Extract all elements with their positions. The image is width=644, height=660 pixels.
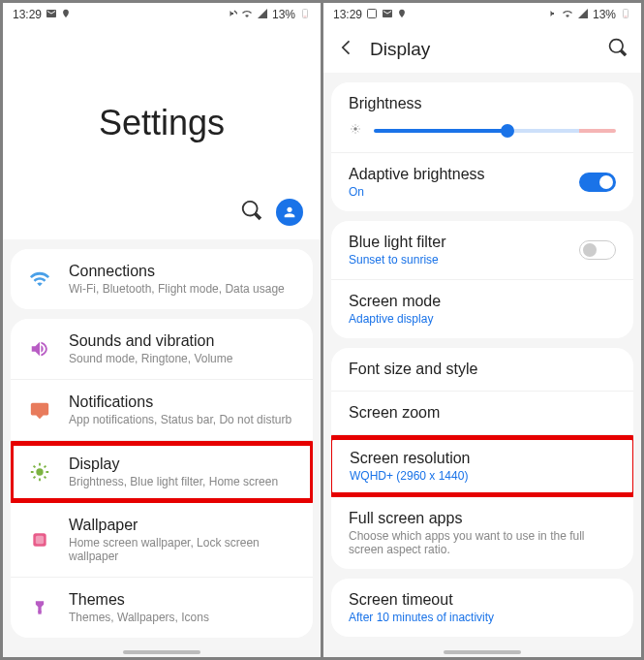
wifi-icon bbox=[241, 8, 253, 22]
header-title: Display bbox=[370, 39, 595, 60]
brightness-low-icon bbox=[349, 122, 362, 140]
row-sub: After 10 minutes of inactivity bbox=[349, 611, 616, 624]
svg-line-10 bbox=[45, 466, 46, 468]
row-title: Font size and style bbox=[349, 361, 616, 378]
toggle-adaptive[interactable] bbox=[579, 173, 616, 192]
battery-percent: 13% bbox=[593, 8, 616, 21]
row-sub: Adaptive display bbox=[349, 312, 616, 326]
mute-icon bbox=[546, 8, 558, 22]
gmail-icon bbox=[46, 8, 57, 22]
wifi-icon bbox=[562, 8, 573, 22]
item-title: Display bbox=[69, 456, 297, 473]
svg-rect-1 bbox=[304, 16, 307, 16]
row-blue-light[interactable]: Blue light filter Sunset to sunrise bbox=[331, 221, 633, 280]
row-fullscreen-apps[interactable]: Full screen apps Choose which apps you w… bbox=[331, 497, 633, 569]
status-bar: 13:29 13% bbox=[3, 3, 321, 26]
item-title: Connections bbox=[69, 263, 297, 280]
item-sub: Home screen wallpaper, Lock screen wallp… bbox=[69, 536, 297, 563]
row-title: Screen zoom bbox=[349, 404, 616, 422]
svg-line-8 bbox=[45, 477, 46, 479]
back-icon[interactable] bbox=[337, 38, 356, 61]
battery-icon bbox=[299, 8, 311, 22]
row-title: Screen resolution bbox=[350, 450, 615, 467]
page-title: Settings bbox=[99, 103, 225, 143]
slider-thumb[interactable] bbox=[501, 124, 514, 138]
item-sub: Sound mode, Ringtone, Volume bbox=[69, 352, 297, 365]
home-indicator[interactable] bbox=[444, 650, 521, 654]
battery-percent: 13% bbox=[272, 8, 295, 21]
phone-screen-settings: 13:29 13% Settings bbox=[3, 3, 321, 657]
item-connections[interactable]: Connections Wi-Fi, Bluetooth, Flight mod… bbox=[11, 249, 313, 309]
row-screen-resolution[interactable]: Screen resolution WQHD+ (2960 x 1440) bbox=[331, 435, 633, 497]
item-title: Wallpaper bbox=[69, 517, 297, 534]
svg-line-9 bbox=[34, 477, 36, 479]
row-font-size[interactable]: Font size and style bbox=[331, 348, 633, 392]
search-icon[interactable] bbox=[241, 200, 262, 225]
svg-rect-16 bbox=[625, 16, 628, 16]
item-sub: App notifications, Status bar, Do not di… bbox=[69, 413, 297, 426]
row-brightness[interactable]: Brightness bbox=[331, 82, 633, 153]
signal-icon bbox=[577, 8, 589, 22]
item-title: Sounds and vibration bbox=[69, 332, 297, 350]
sound-icon bbox=[26, 338, 53, 360]
item-notifications[interactable]: Notifications App notifications, Status … bbox=[11, 380, 313, 441]
location-icon bbox=[397, 8, 407, 21]
svg-line-7 bbox=[34, 466, 36, 468]
svg-point-2 bbox=[36, 468, 43, 475]
image-icon bbox=[366, 8, 378, 22]
row-screen-timeout[interactable]: Screen timeout After 10 minutes of inact… bbox=[331, 579, 633, 637]
row-title: Screen mode bbox=[349, 293, 616, 310]
row-screen-mode[interactable]: Screen mode Adaptive display bbox=[331, 280, 633, 338]
item-themes[interactable]: Themes Themes, Wallpapers, Icons bbox=[11, 578, 313, 638]
row-title: Blue light filter bbox=[349, 234, 446, 251]
status-time: 13:29 bbox=[333, 8, 362, 21]
svg-rect-13 bbox=[38, 611, 41, 613]
item-sub: Brightness, Blue light filter, Home scre… bbox=[69, 475, 297, 488]
svg-line-24 bbox=[353, 131, 353, 132]
svg-line-25 bbox=[357, 126, 358, 127]
item-display[interactable]: Display Brightness, Blue light filter, H… bbox=[11, 441, 313, 503]
toggle-blue-light[interactable] bbox=[579, 240, 616, 260]
item-title: Themes bbox=[69, 591, 297, 609]
row-sub: WQHD+ (2960 x 1440) bbox=[350, 469, 615, 483]
svg-line-23 bbox=[357, 131, 358, 132]
signal-icon bbox=[257, 8, 268, 22]
status-bar: 13:29 13% bbox=[323, 3, 641, 26]
row-title: Brightness bbox=[349, 95, 616, 112]
status-time: 13:29 bbox=[13, 8, 42, 21]
wallpaper-icon bbox=[26, 530, 53, 550]
themes-icon bbox=[26, 598, 53, 617]
row-adaptive-brightness[interactable]: Adaptive brightness On bbox=[331, 153, 633, 211]
svg-rect-12 bbox=[36, 536, 44, 544]
row-title: Adaptive brightness bbox=[349, 166, 485, 183]
item-sub: Themes, Wallpapers, Icons bbox=[69, 611, 297, 624]
svg-rect-14 bbox=[368, 9, 377, 17]
row-screen-zoom[interactable]: Screen zoom bbox=[331, 392, 633, 435]
item-wallpaper[interactable]: Wallpaper Home screen wallpaper, Lock sc… bbox=[11, 503, 313, 578]
row-sub: Sunset to sunrise bbox=[349, 253, 446, 267]
svg-line-22 bbox=[353, 126, 353, 127]
home-indicator[interactable] bbox=[123, 650, 200, 654]
battery-icon bbox=[620, 8, 631, 22]
gmail-icon bbox=[382, 8, 393, 22]
item-title: Notifications bbox=[69, 393, 297, 411]
row-sub: On bbox=[349, 185, 485, 199]
phone-screen-display: 13:29 13% bbox=[323, 3, 641, 657]
location-icon bbox=[61, 8, 71, 21]
svg-point-17 bbox=[353, 127, 357, 131]
row-sub: Choose which apps you want to use in the… bbox=[349, 529, 616, 556]
notification-icon bbox=[26, 399, 53, 421]
wifi-icon bbox=[26, 268, 53, 290]
brightness-slider[interactable] bbox=[374, 129, 616, 133]
profile-avatar[interactable] bbox=[276, 199, 303, 226]
mute-icon bbox=[226, 8, 237, 22]
search-icon[interactable] bbox=[608, 38, 628, 61]
row-title: Full screen apps bbox=[349, 510, 616, 527]
item-sub: Wi-Fi, Bluetooth, Flight mode, Data usag… bbox=[69, 282, 297, 296]
row-title: Screen timeout bbox=[349, 591, 616, 609]
item-sounds[interactable]: Sounds and vibration Sound mode, Rington… bbox=[11, 319, 313, 380]
display-icon bbox=[26, 461, 53, 483]
